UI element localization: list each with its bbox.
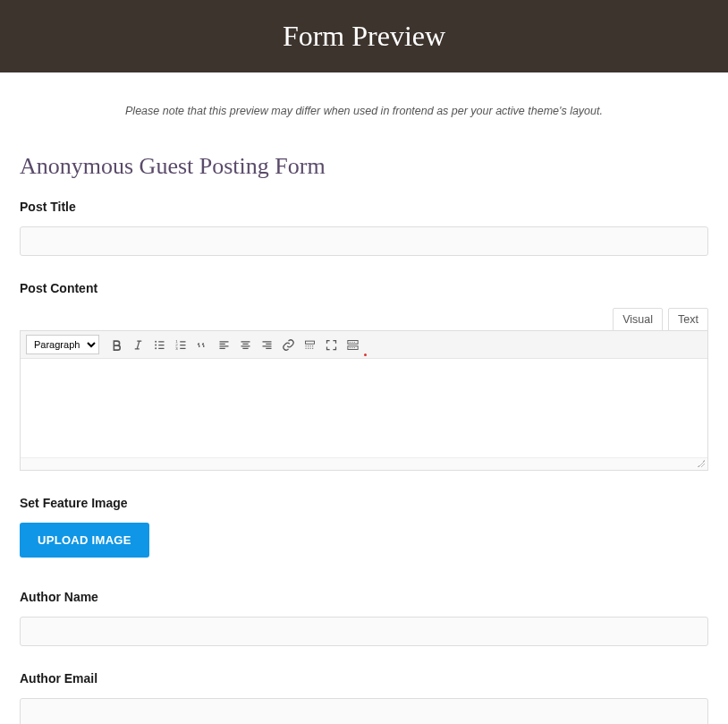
svg-point-0 xyxy=(155,340,157,342)
editor-tabs: Visual Text xyxy=(20,308,708,331)
link-icon[interactable] xyxy=(278,335,298,354)
blockquote-icon[interactable] xyxy=(192,335,212,354)
author-name-input[interactable] xyxy=(20,617,708,646)
svg-text:3: 3 xyxy=(175,345,178,350)
author-name-label: Author Name xyxy=(20,590,708,604)
svg-point-1 xyxy=(155,344,157,345)
editor-wrapper: Paragraph 123 xyxy=(20,330,708,471)
align-left-icon[interactable] xyxy=(214,335,233,354)
bold-icon[interactable] xyxy=(106,335,126,354)
svg-rect-6 xyxy=(305,341,314,344)
post-content-label: Post Content xyxy=(20,281,708,295)
readmore-icon[interactable] xyxy=(300,335,319,354)
format-select[interactable]: Paragraph xyxy=(26,335,99,354)
upload-image-button[interactable]: UPLOAD IMAGE xyxy=(20,523,149,558)
bullet-list-icon[interactable] xyxy=(149,335,169,354)
toolbar-toggle-icon[interactable] xyxy=(343,335,362,354)
feature-image-label: Set Feature Image xyxy=(20,496,708,510)
tab-text[interactable]: Text xyxy=(668,308,708,331)
align-center-icon[interactable] xyxy=(235,335,255,354)
page-title: Form Preview xyxy=(0,20,728,53)
editor-textarea[interactable] xyxy=(21,359,707,457)
author-email-input[interactable] xyxy=(20,698,708,724)
form-title: Anonymous Guest Posting Form xyxy=(20,153,708,180)
post-title-label: Post Title xyxy=(20,200,708,214)
fullscreen-icon[interactable] xyxy=(321,335,341,354)
author-email-label: Author Email xyxy=(20,671,708,686)
italic-icon[interactable] xyxy=(128,335,148,354)
post-title-input[interactable] xyxy=(20,226,708,256)
align-right-icon[interactable] xyxy=(257,335,276,354)
resize-handle[interactable] xyxy=(21,457,707,470)
page-header: Form Preview xyxy=(0,0,728,72)
preview-note: Please note that this preview may differ… xyxy=(0,72,728,153)
tab-visual[interactable]: Visual xyxy=(613,308,663,331)
form-container: Anonymous Guest Posting Form Post Title … xyxy=(0,153,728,724)
svg-point-2 xyxy=(155,347,157,349)
numbered-list-icon[interactable]: 123 xyxy=(171,335,190,354)
